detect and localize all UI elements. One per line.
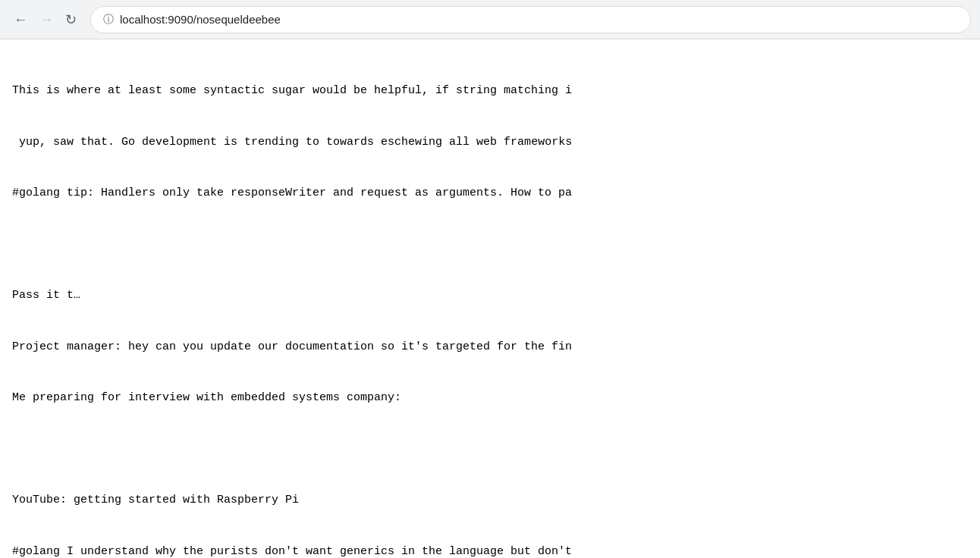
content-line-2: yup, saw that. Go development is trendin… <box>12 134 968 152</box>
url-text: localhost:9090/nosequeldeebee <box>120 13 281 26</box>
refresh-button[interactable]: ↻ <box>61 10 81 30</box>
empty-line-2 <box>12 441 968 459</box>
content-line-6: Project manager: hey can you update our … <box>12 339 968 356</box>
back-button[interactable]: ← <box>9 10 32 30</box>
forward-button[interactable]: → <box>35 10 58 30</box>
content-line-7: Me preparing for interview with embedded… <box>12 390 968 407</box>
content-line-10: #golang I understand why the purists don… <box>12 544 968 559</box>
address-bar[interactable]: ⓘ localhost:9090/nosequeldeebee <box>90 6 971 33</box>
content-line-3: #golang tip: Handlers only take response… <box>12 185 968 202</box>
info-icon: ⓘ <box>103 13 114 27</box>
content-line-9: YouTube: getting started with Raspberry … <box>12 492 968 509</box>
content-line-5: Pass it t… <box>12 287 968 305</box>
content-line-1: This is where at least some syntactic su… <box>12 83 968 100</box>
page-content: This is where at least some syntactic su… <box>0 39 980 558</box>
nav-buttons: ← → ↻ <box>9 10 81 30</box>
empty-line-1 <box>12 237 968 254</box>
browser-chrome: ← → ↻ ⓘ localhost:9090/nosequeldeebee <box>0 0 980 39</box>
